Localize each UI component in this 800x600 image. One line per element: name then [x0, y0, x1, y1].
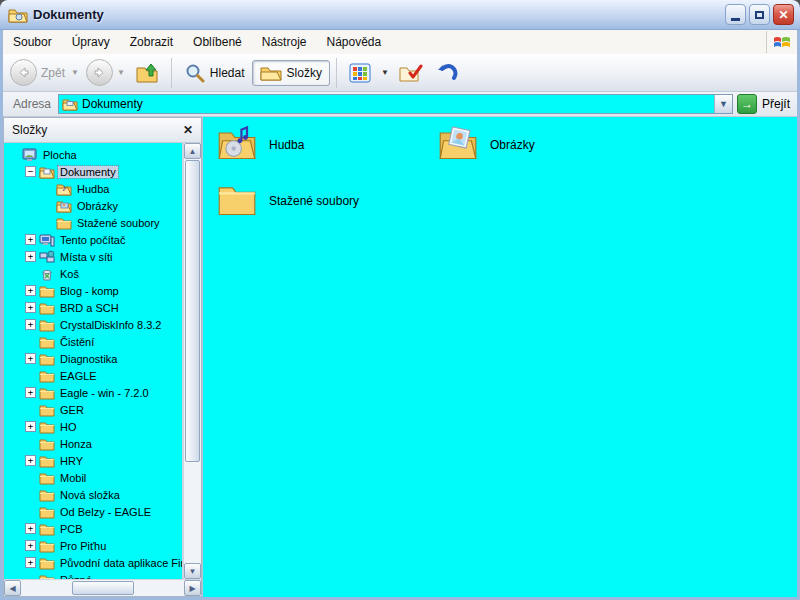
expand-plus-icon[interactable]: +: [25, 421, 36, 432]
scroll-right-icon[interactable]: ▶: [184, 580, 201, 596]
tree-item[interactable]: −Dokumenty: [4, 163, 182, 180]
tree-item-label[interactable]: BRD a SCH: [58, 302, 121, 314]
tree-item[interactable]: Čistění: [4, 333, 182, 350]
tree-item[interactable]: ♪Hudba: [4, 180, 182, 197]
tree-item[interactable]: Od Belzy - EAGLE: [4, 503, 182, 520]
tree-item[interactable]: +HRY: [4, 452, 182, 469]
tree-item[interactable]: Plocha: [4, 146, 182, 163]
tree-item[interactable]: +Blog - komp: [4, 282, 182, 299]
expand-plus-icon[interactable]: +: [25, 285, 36, 296]
menu-item-zobrazit[interactable]: Zobrazit: [120, 31, 183, 53]
tree-item[interactable]: Koš: [4, 265, 182, 282]
search-button[interactable]: Hledat: [178, 60, 252, 86]
back-button[interactable]: [10, 59, 37, 86]
tree-item[interactable]: +BRD a SCH: [4, 299, 182, 316]
title-bar[interactable]: Dokumenty ✕: [0, 0, 800, 30]
tree-item-label[interactable]: Nová složka: [58, 489, 122, 501]
collapse-minus-icon[interactable]: −: [25, 166, 36, 177]
tree-item[interactable]: +Diagnostika: [4, 350, 182, 367]
tree-item-label[interactable]: Koš: [58, 268, 81, 280]
up-button[interactable]: [135, 62, 159, 84]
tree-item-label[interactable]: Čistění: [58, 336, 96, 348]
folder-tile[interactable]: Hudba: [217, 125, 304, 165]
tree-item[interactable]: +Tento počítač: [4, 231, 182, 248]
scroll-up-icon[interactable]: ▲: [184, 143, 201, 159]
folder-tile[interactable]: Stažené soubory: [217, 181, 359, 221]
tree-item-label[interactable]: Dokumenty: [58, 166, 118, 178]
go-button[interactable]: → Přejít: [737, 94, 790, 114]
undo-button[interactable]: [435, 62, 459, 84]
tree-item[interactable]: +CrystalDiskInfo 8.3.2: [4, 316, 182, 333]
menu-item-soubor[interactable]: Soubor: [3, 31, 62, 53]
expand-plus-icon[interactable]: +: [25, 523, 36, 534]
forward-button[interactable]: [86, 59, 113, 86]
tree-item[interactable]: +Pro Piťhu: [4, 537, 182, 554]
tree-item-label[interactable]: Eagle - win - 7.2.0: [58, 387, 151, 399]
tree-item[interactable]: Honza: [4, 435, 182, 452]
scroll-thumb[interactable]: [72, 581, 134, 595]
expand-plus-icon[interactable]: +: [25, 540, 36, 551]
tree-item-label[interactable]: Honza: [58, 438, 94, 450]
tree-item-label[interactable]: Mobil: [58, 472, 88, 484]
menu-item-napoveda[interactable]: Nápověda: [316, 31, 391, 53]
forward-dropdown-icon[interactable]: ▼: [117, 68, 125, 77]
expand-plus-icon[interactable]: +: [25, 319, 36, 330]
tree-item-label[interactable]: Diagnostika: [58, 353, 119, 365]
tree-item[interactable]: Mobil: [4, 469, 182, 486]
tree-item[interactable]: Nová složka: [4, 486, 182, 503]
tree-item[interactable]: GER: [4, 401, 182, 418]
tree-item-label[interactable]: Blog - komp: [58, 285, 121, 297]
file-list-area[interactable]: HudbaObrázkyStažené soubory: [202, 117, 797, 597]
tree-item-label[interactable]: Stažené soubory: [75, 217, 162, 229]
folders-button[interactable]: Složky: [252, 60, 330, 86]
tree-item[interactable]: +HO: [4, 418, 182, 435]
views-button[interactable]: [349, 63, 371, 83]
tree-item[interactable]: Různé: [4, 571, 182, 579]
folder-tile-label[interactable]: Stažené soubory: [269, 194, 359, 208]
tree-horizontal-scrollbar[interactable]: ◀ ▶: [4, 579, 201, 596]
scroll-left-icon[interactable]: ◀: [4, 580, 21, 596]
tree-item-label[interactable]: EAGLE: [58, 370, 99, 382]
tree-item-label[interactable]: Pro Piťhu: [58, 540, 108, 552]
back-dropdown-icon[interactable]: ▼: [71, 68, 79, 77]
minimize-button[interactable]: [725, 4, 746, 25]
scroll-down-icon[interactable]: ▼: [184, 563, 201, 579]
menu-item-nastroje[interactable]: Nástroje: [252, 31, 317, 53]
expand-plus-icon[interactable]: +: [25, 387, 36, 398]
views-dropdown-icon[interactable]: ▼: [381, 68, 389, 77]
tree-item-label[interactable]: Původní data aplikace Firefox: [58, 557, 183, 569]
tree-item-label[interactable]: CrystalDiskInfo 8.3.2: [58, 319, 163, 331]
close-button[interactable]: ✕: [773, 4, 794, 25]
expand-plus-icon[interactable]: +: [25, 455, 36, 466]
scroll-thumb[interactable]: [185, 160, 200, 462]
menu-item-upravy[interactable]: Úpravy: [62, 31, 120, 53]
tree-item-label[interactable]: PCB: [58, 523, 85, 535]
tree-item-label[interactable]: Místa v síti: [58, 251, 115, 263]
tree-item-label[interactable]: Tento počítač: [58, 234, 127, 246]
tree-item-label[interactable]: Od Belzy - EAGLE: [58, 506, 153, 518]
maximize-button[interactable]: [749, 4, 770, 25]
expand-plus-icon[interactable]: +: [25, 251, 36, 262]
address-input[interactable]: Dokumenty ▼: [58, 94, 733, 114]
tree-item[interactable]: +Eagle - win - 7.2.0: [4, 384, 182, 401]
tree-vertical-scrollbar[interactable]: ▲ ▼: [183, 143, 201, 579]
folder-tile-label[interactable]: Obrázky: [490, 138, 535, 152]
tree-item[interactable]: +Původní data aplikace Firefox: [4, 554, 182, 571]
menu-item-oblibene[interactable]: Oblíbené: [183, 31, 252, 53]
tree-item-label[interactable]: Hudba: [75, 183, 111, 195]
tree-item-label[interactable]: HO: [58, 421, 79, 433]
tree-item[interactable]: +PCB: [4, 520, 182, 537]
tree-item-label[interactable]: Plocha: [41, 149, 79, 161]
address-dropdown-button[interactable]: ▼: [714, 95, 732, 113]
tree-item[interactable]: EAGLE: [4, 367, 182, 384]
expand-plus-icon[interactable]: +: [25, 302, 36, 313]
expand-plus-icon[interactable]: +: [25, 234, 36, 245]
tree-item-label[interactable]: Obrázky: [75, 200, 120, 212]
folders-pane-close-icon[interactable]: ✕: [183, 123, 193, 137]
tree-item[interactable]: Stažené soubory: [4, 214, 182, 231]
tree-item-label[interactable]: HRY: [58, 455, 85, 467]
tree-item-label[interactable]: GER: [58, 404, 86, 416]
folder-tile[interactable]: Obrázky: [438, 125, 535, 165]
folder-sync-button[interactable]: [399, 63, 423, 83]
tree-item[interactable]: +Místa v síti: [4, 248, 182, 265]
